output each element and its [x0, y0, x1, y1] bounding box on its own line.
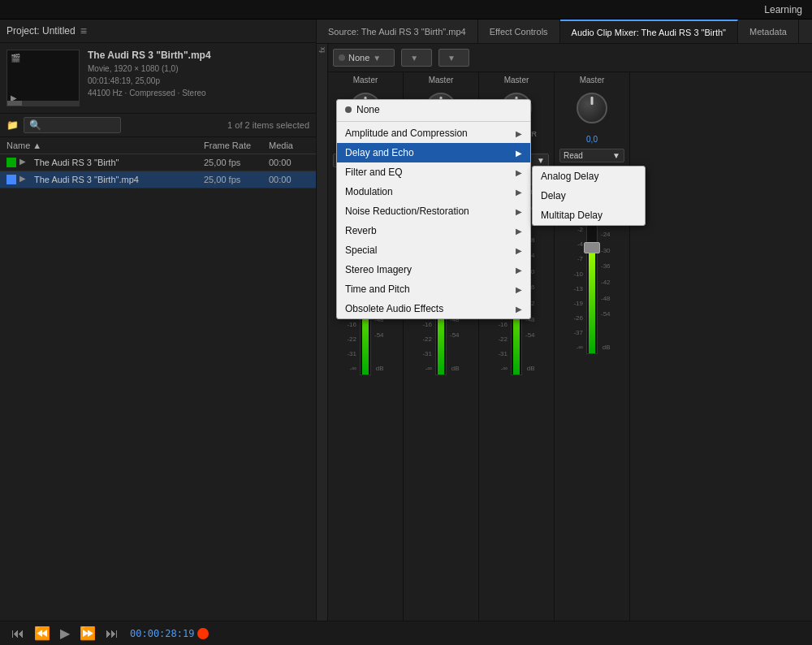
fx-area: fx None ▼ ▼ ▼ — [317, 44, 812, 645]
file-dur: 00:00 — [269, 175, 309, 184]
search-icon: 🔍 — [29, 119, 41, 131]
submenu-analog-delay[interactable]: Analog Delay — [533, 167, 645, 186]
tab-effect-controls[interactable]: Effect Controls — [478, 19, 560, 43]
sort-arrow-icon: ▲ — [32, 141, 41, 150]
color-indicator — [6, 175, 16, 184]
transport-fwd-btn[interactable]: ⏩ — [75, 624, 101, 643]
tab-source[interactable]: Source: The Audi RS 3 "Birth".mp4 — [317, 19, 478, 43]
col-media-header: Media — [269, 141, 309, 150]
dropdown-arrow2-icon: ▼ — [410, 54, 418, 63]
media-name: The Audi RS 3 "Birth".mp4 — [88, 50, 309, 61]
read-dropdown-master: Read ▼ — [556, 147, 628, 164]
channel1-master-label: Master — [353, 76, 378, 84]
main-layout: Project: Untitled ≡ 🎬 ▶ The Audi RS 3 "B… — [0, 19, 812, 645]
menu-item-amplitude[interactable]: Amplitude and Compression ▶ — [337, 123, 530, 143]
file-name: The Audi RS 3 "Birth" — [34, 158, 204, 167]
project-title: Project: Untitled — [6, 25, 76, 37]
media-meta3: 44100 Hz · Compressed · Stereo — [88, 87, 309, 99]
menu-item-timepitch[interactable]: Time and Pitch ▶ — [337, 279, 530, 299]
list-item[interactable]: ▶ The Audi RS 3 "Birth" 25,00 fps 00:00 — [0, 154, 316, 171]
file-list: ▶ The Audi RS 3 "Birth" 25,00 fps 00:00 … — [0, 154, 316, 625]
effect-select-dropdown[interactable]: None ▼ — [333, 49, 395, 67]
media-thumbnail: 🎬 ▶ — [6, 50, 80, 106]
left-panel: Project: Untitled ≡ 🎬 ▶ The Audi RS 3 "B… — [0, 19, 317, 645]
fx-label: fx — [318, 47, 326, 53]
file-name: The Audi RS 3 "Birth".mp4 — [34, 175, 204, 184]
item-count: 1 of 2 items selected — [227, 120, 309, 130]
transport-play-btn[interactable]: ▶ — [55, 624, 75, 643]
effect-select3[interactable]: ▼ — [438, 49, 469, 67]
menu-arrow-icon-stereo: ▶ — [516, 266, 522, 275]
delay-submenu: Analog Delay Delay Multitap Delay — [532, 166, 646, 226]
effect-select2[interactable]: ▼ — [401, 49, 432, 67]
mixer-area: None ▼ ▼ ▼ Master — [328, 44, 812, 645]
knob-master[interactable] — [577, 93, 607, 123]
top-bar: Learning — [0, 0, 812, 19]
menu-arrow-icon-reverb: ▶ — [516, 227, 522, 236]
folder-icon[interactable]: 📁 — [6, 119, 19, 131]
fx-sidebar: fx — [317, 44, 328, 645]
none-dot-icon — [345, 106, 352, 113]
menu-arrow-icon-delay: ▶ — [516, 149, 522, 158]
file-list-header: Name ▲ Frame Rate Media — [0, 137, 316, 154]
search-input[interactable] — [41, 120, 114, 130]
video-icon: ▶ — [19, 157, 31, 168]
scrubber-fill — [7, 101, 22, 106]
menu-none[interactable]: None — [337, 100, 530, 119]
submenu-multitap-delay[interactable]: Multitap Delay — [533, 206, 645, 225]
film-icon: 🎬 — [11, 54, 20, 63]
tab-audio-clip-mixer[interactable]: Audio Clip Mixer: The Audi RS 3 "Birth" — [560, 19, 738, 43]
channel2-master-label: Master — [429, 76, 454, 84]
media-meta2: 00:01:48:19, 25,00p — [88, 75, 309, 87]
project-header: Project: Untitled ≡ — [0, 19, 316, 43]
channel-master-label: Master — [580, 76, 605, 84]
transport-next-btn[interactable]: ⏭ — [101, 625, 123, 643]
transport-back-btn[interactable]: ⏪ — [29, 624, 55, 643]
learning-label: Learning — [764, 4, 802, 15]
fader-fill-master — [589, 242, 595, 353]
media-meta-type: Movie, 1920 × 1080 (1,0) — [88, 63, 309, 75]
menu-item-modulation[interactable]: Modulation ▶ — [337, 182, 530, 201]
dropdown-arrow3-icon: ▼ — [447, 54, 456, 63]
fader-area-master: dB 6 2 0 -2 -4 -7 -10 -13 -19 -26 — [572, 167, 611, 619]
search-box[interactable]: 🔍 — [24, 117, 121, 133]
menu-item-obsolete[interactable]: Obsolete Audio Effects ▶ — [337, 299, 530, 318]
video-icon: ▶ — [19, 174, 31, 185]
menu-item-filter[interactable]: Filter and EQ ▶ — [337, 162, 530, 182]
media-preview-area: 🎬 ▶ The Audi RS 3 "Birth".mp4 Movie, 192… — [0, 43, 316, 114]
tabs-bar: Source: The Audi RS 3 "Birth".mp4 Effect… — [317, 19, 812, 44]
menu-arrow-icon: ▶ — [516, 129, 522, 138]
file-dur: 00:00 — [269, 158, 309, 167]
right-panel: Source: The Audi RS 3 "Birth".mp4 Effect… — [317, 19, 812, 645]
col-framerate-header[interactable]: Frame Rate — [204, 141, 269, 150]
read-arrow-icon-master: ▼ — [612, 151, 620, 160]
menu-arrow-icon-filter: ▶ — [516, 168, 522, 177]
menu-arrow-icon-obsolete: ▶ — [516, 305, 522, 314]
menu-item-reverb[interactable]: Reverb ▶ — [337, 221, 530, 240]
dropdown-arrow-icon: ▼ — [373, 54, 381, 63]
submenu-delay[interactable]: Delay — [533, 186, 645, 206]
transport-bar: ⏮ ⏪ ▶ ⏩ ⏭ 00:00:28:19 — [0, 621, 812, 645]
effect-selector-row: None ▼ ▼ ▼ — [328, 44, 812, 72]
knob-container-master — [572, 88, 612, 128]
menu-item-special[interactable]: Special ▶ — [337, 240, 530, 260]
media-info: The Audi RS 3 "Birth".mp4 Movie, 1920 × … — [88, 50, 309, 106]
menu-arrow-icon-timepitch: ▶ — [516, 285, 522, 294]
read-select-master[interactable]: Read ▼ — [559, 149, 624, 162]
scrubber — [7, 101, 79, 106]
transport-time: 00:00:28:19 — [130, 628, 194, 639]
list-item[interactable]: ▶ The Audi RS 3 "Birth".mp4 25,00 fps 00… — [0, 171, 316, 188]
col-name-header[interactable]: Name ▲ — [6, 141, 204, 150]
record-indicator[interactable] — [197, 628, 209, 639]
menu-item-noise[interactable]: Noise Reduction/Restoration ▶ — [337, 201, 530, 221]
fader-handle-master[interactable] — [584, 242, 600, 253]
project-menu-icon[interactable]: ≡ — [80, 24, 87, 37]
transport-prev-btn[interactable]: ⏮ — [6, 625, 29, 643]
menu-item-delay[interactable]: Delay and Echo ▶ Analog Delay Delay Mult… — [337, 143, 530, 162]
read-arrow-icon-3: ▼ — [537, 156, 545, 165]
menu-item-stereo[interactable]: Stereo Imagery ▶ — [337, 260, 530, 279]
file-fps: 25,00 fps — [204, 158, 269, 167]
tab-metadata[interactable]: Metadata — [738, 19, 799, 43]
file-fps: 25,00 fps — [204, 175, 269, 184]
menu-divider — [337, 121, 530, 122]
